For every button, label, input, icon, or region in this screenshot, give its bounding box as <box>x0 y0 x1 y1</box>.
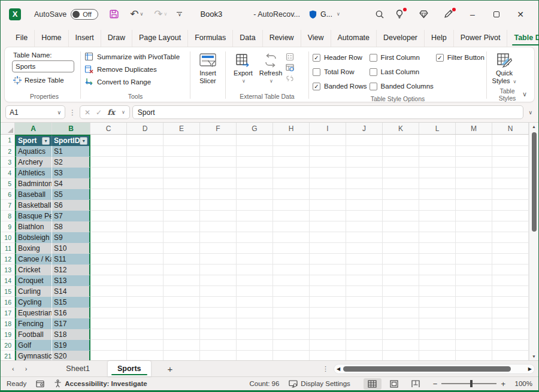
checkbox-total-row[interactable]: Total Row <box>313 65 367 79</box>
cell-J2[interactable] <box>346 146 383 157</box>
cell-B5[interactable]: S4 <box>52 178 90 189</box>
tab-view[interactable]: View <box>301 30 331 47</box>
cell-K1[interactable] <box>383 135 419 146</box>
cell-D4[interactable] <box>127 168 163 178</box>
table-header-cell-sport[interactable]: Sport▾ <box>15 135 52 146</box>
cell-F6[interactable] <box>200 189 237 200</box>
cell-F16[interactable] <box>200 297 237 308</box>
cell-I4[interactable] <box>310 168 346 178</box>
cell-J8[interactable] <box>346 211 383 221</box>
tab-data[interactable]: Data <box>233 30 262 47</box>
scroll-up-icon[interactable]: ▲ <box>529 124 538 129</box>
tab-automate[interactable]: Automate <box>331 30 377 47</box>
cell-H18[interactable] <box>273 318 310 329</box>
cell-C1[interactable] <box>90 135 127 146</box>
cell-D15[interactable] <box>127 286 163 297</box>
cell-E19[interactable] <box>163 329 200 340</box>
zoom-out-button[interactable]: − <box>433 379 438 388</box>
normal-view-button[interactable] <box>364 378 381 390</box>
cell-F12[interactable] <box>200 254 237 265</box>
cell-G14[interactable] <box>237 275 273 286</box>
cell-L19[interactable] <box>419 329 456 340</box>
cell-F20[interactable] <box>200 340 237 351</box>
cell-J18[interactable] <box>346 318 383 329</box>
row-header-21[interactable]: 21 <box>1 351 15 360</box>
cell-B7[interactable]: S6 <box>52 200 90 211</box>
cell-I11[interactable] <box>310 243 346 254</box>
checkbox-icon[interactable] <box>370 68 377 76</box>
row-header-6[interactable]: 6 <box>1 189 15 200</box>
cell-G10[interactable] <box>237 232 273 243</box>
macro-record-button[interactable] <box>36 380 44 388</box>
cell-I12[interactable] <box>310 254 346 265</box>
cell-B16[interactable]: S15 <box>52 297 90 308</box>
checkbox-filter-button[interactable]: ✓Filter Button <box>436 50 484 65</box>
cell-E2[interactable] <box>163 146 200 157</box>
undo-button[interactable]: ↶∨ <box>130 8 143 20</box>
premium-button[interactable] <box>411 7 436 22</box>
cell-I13[interactable] <box>310 265 346 275</box>
cell-E8[interactable] <box>163 211 200 221</box>
cell-G7[interactable] <box>237 200 273 211</box>
cell-I7[interactable] <box>310 200 346 211</box>
cell-K7[interactable] <box>383 200 419 211</box>
cell-K2[interactable] <box>383 146 419 157</box>
cell-H20[interactable] <box>273 340 310 351</box>
cell-A7[interactable]: Basketball <box>15 200 52 211</box>
cell-D21[interactable] <box>127 351 163 360</box>
cell-D8[interactable] <box>127 211 163 221</box>
cell-J17[interactable] <box>346 308 383 318</box>
cell-J13[interactable] <box>346 265 383 275</box>
cell-A6[interactable]: Baseball <box>15 189 52 200</box>
cell-H6[interactable] <box>273 189 310 200</box>
cell-A5[interactable]: Badminton <box>15 178 52 189</box>
cell-F13[interactable] <box>200 265 237 275</box>
cell-F5[interactable] <box>200 178 237 189</box>
autosave-control[interactable]: AutoSave Off <box>34 9 98 20</box>
cell-C10[interactable] <box>90 232 127 243</box>
cell-H8[interactable] <box>273 211 310 221</box>
minimize-button[interactable]: – <box>461 5 485 23</box>
cell-A3[interactable]: Archery <box>15 157 52 168</box>
cell-A8[interactable]: Basque Pelota <box>15 211 52 221</box>
cell-K18[interactable] <box>383 318 419 329</box>
row-header-14[interactable]: 14 <box>1 275 15 286</box>
column-header-k[interactable]: K <box>383 123 419 134</box>
cell-M3[interactable] <box>456 157 492 168</box>
cell-A15[interactable]: Curling <box>15 286 52 297</box>
cell-K12[interactable] <box>383 254 419 265</box>
cell-C11[interactable] <box>90 243 127 254</box>
cell-N5[interactable] <box>492 178 529 189</box>
cell-K8[interactable] <box>383 211 419 221</box>
cell-D19[interactable] <box>127 329 163 340</box>
cell-G11[interactable] <box>237 243 273 254</box>
cell-N18[interactable] <box>492 318 529 329</box>
name-box[interactable]: A1 ∨ <box>5 105 65 119</box>
checkbox-icon[interactable] <box>313 68 320 76</box>
cell-F9[interactable] <box>200 221 237 232</box>
cell-I1[interactable] <box>310 135 346 146</box>
cell-N16[interactable] <box>492 297 529 308</box>
column-header-a[interactable]: A <box>15 123 52 134</box>
cell-I15[interactable] <box>310 286 346 297</box>
cell-C5[interactable] <box>90 178 127 189</box>
cell-K5[interactable] <box>383 178 419 189</box>
filter-button[interactable]: ▾ <box>42 137 50 145</box>
tab-insert[interactable]: Insert <box>69 30 101 47</box>
search-button[interactable] <box>375 10 384 19</box>
add-sheet-button[interactable]: + <box>168 364 173 374</box>
cell-A10[interactable]: Bobsleigh <box>15 232 52 243</box>
cell-H3[interactable] <box>273 157 310 168</box>
horizontal-scroll-thumb[interactable] <box>343 366 511 372</box>
cell-L9[interactable] <box>419 221 456 232</box>
cell-B6[interactable]: S5 <box>52 189 90 200</box>
cell-C17[interactable] <box>90 308 127 318</box>
cell-A4[interactable]: Athletics <box>15 168 52 178</box>
drag-handle-icon[interactable]: ⋮ <box>68 108 77 117</box>
vertical-scroll-thumb[interactable] <box>532 132 537 232</box>
row-header-3[interactable]: 3 <box>1 157 15 168</box>
customize-toolbar-button[interactable]: ∨ <box>177 12 182 16</box>
cell-F21[interactable] <box>200 351 237 360</box>
cell-L18[interactable] <box>419 318 456 329</box>
cell-F7[interactable] <box>200 200 237 211</box>
